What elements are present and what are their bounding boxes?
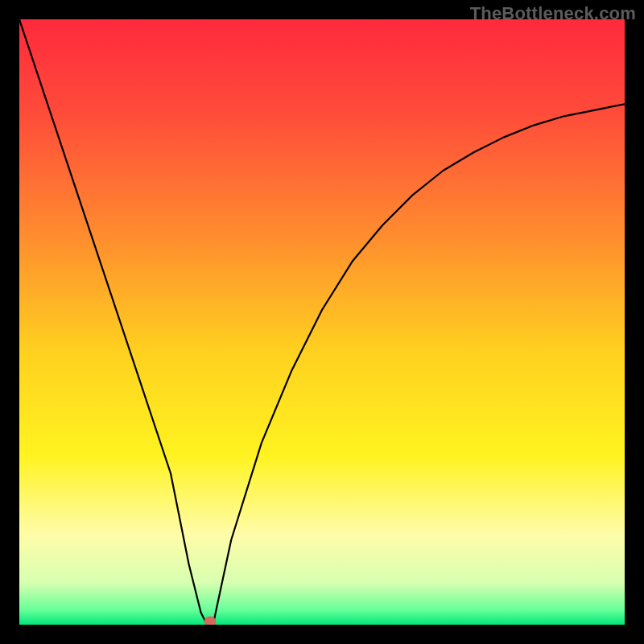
plot-area — [19, 19, 625, 625]
chart-frame: TheBottleneck.com — [0, 0, 644, 644]
gradient-background — [19, 19, 625, 625]
minimum-marker — [204, 617, 216, 625]
bottleneck-chart — [19, 19, 625, 625]
